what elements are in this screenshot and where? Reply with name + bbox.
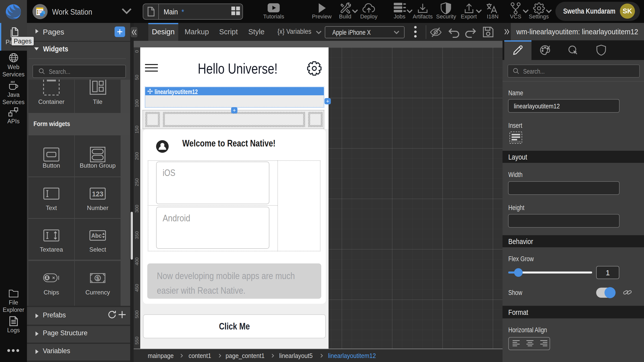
svg-text:123: 123 <box>92 190 103 198</box>
svg-text:Abc: Abc <box>91 232 102 239</box>
svg-text:$: $ <box>96 275 99 281</box>
